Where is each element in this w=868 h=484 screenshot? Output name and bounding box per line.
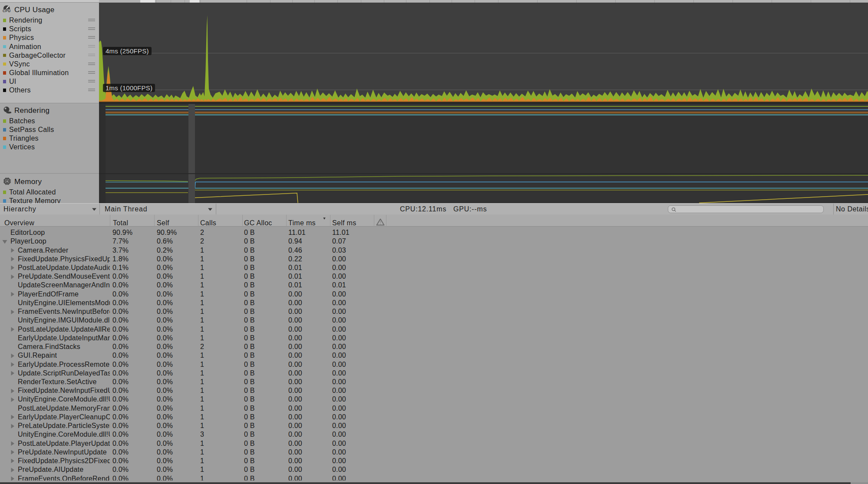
svg-text:CPU: CPU — [3, 9, 11, 13]
